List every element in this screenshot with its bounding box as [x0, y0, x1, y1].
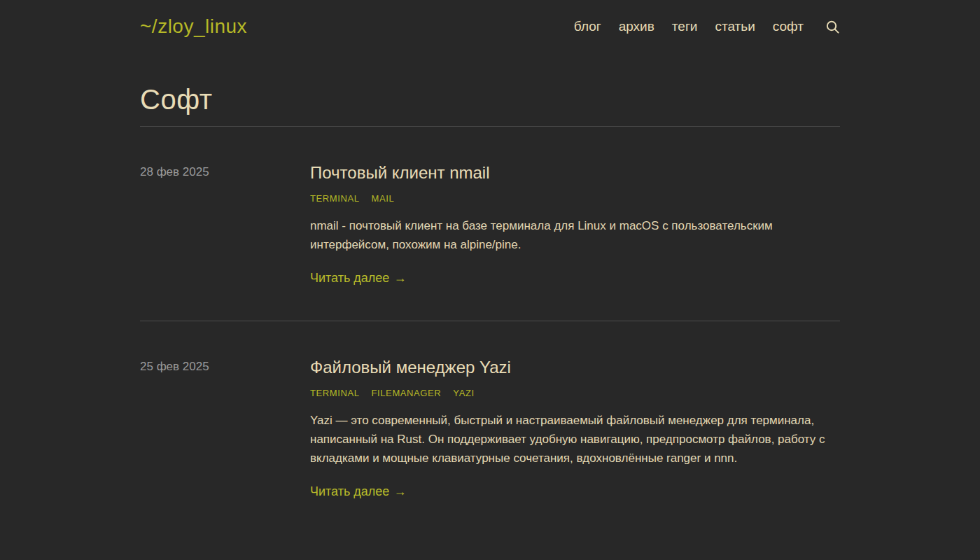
post-tags: TERMINAL FILEMANAGER YAZI	[310, 388, 840, 398]
post-tag[interactable]: FILEMANAGER	[372, 388, 442, 398]
post-date: 28 фев 2025	[140, 163, 310, 286]
read-more-label: Читать далее	[310, 484, 389, 498]
post-body: Почтовый клиент nmail TERMINAL MAIL nmai…	[310, 163, 840, 286]
post-tag[interactable]: TERMINAL	[310, 193, 360, 204]
post-body: Файловый менеджер Yazi TERMINAL FILEMANA…	[310, 358, 840, 499]
post-tag[interactable]: TERMINAL	[310, 388, 360, 398]
nav-item-archive[interactable]: архив	[619, 19, 654, 34]
search-icon[interactable]	[825, 20, 840, 34]
site-logo[interactable]: ~/zloy_linux	[140, 15, 247, 38]
arrow-right-icon: →	[393, 271, 406, 285]
nav-item-soft[interactable]: софт	[773, 19, 804, 34]
nav-item-articles[interactable]: статьи	[715, 19, 755, 34]
post-title: Файловый менеджер Yazi	[310, 358, 840, 377]
main-nav: блог архив теги статьи софт	[574, 19, 840, 34]
post-item: 25 фев 2025 Файловый менеджер Yazi TERMI…	[140, 321, 840, 534]
post-title-link[interactable]: Файловый менеджер Yazi	[310, 358, 511, 377]
post-date: 25 фев 2025	[140, 358, 310, 499]
read-more-label: Читать далее	[310, 271, 389, 285]
post-tags: TERMINAL MAIL	[310, 193, 840, 204]
post-title: Почтовый клиент nmail	[310, 163, 840, 183]
post-tag[interactable]: YAZI	[453, 388, 474, 398]
page-title: Софт	[140, 84, 840, 115]
read-more-link[interactable]: Читать далее→	[310, 271, 406, 286]
post-excerpt: Yazi — это современный, быстрый и настра…	[310, 411, 840, 468]
nav-item-blog[interactable]: блог	[574, 19, 601, 34]
site-header: ~/zloy_linux блог архив теги статьи софт	[140, 0, 840, 38]
post-title-link[interactable]: Почтовый клиент nmail	[310, 163, 490, 182]
post-tag[interactable]: MAIL	[372, 193, 395, 204]
post-excerpt: nmail - почтовый клиент на базе терминал…	[310, 216, 840, 254]
arrow-right-icon: →	[393, 484, 406, 498]
nav-item-tags[interactable]: теги	[672, 19, 698, 34]
post-item: 28 фев 2025 Почтовый клиент nmail TERMIN…	[140, 127, 840, 321]
read-more-link[interactable]: Читать далее→	[310, 484, 406, 499]
main-content: Софт 28 фев 2025 Почтовый клиент nmail T…	[140, 84, 840, 534]
